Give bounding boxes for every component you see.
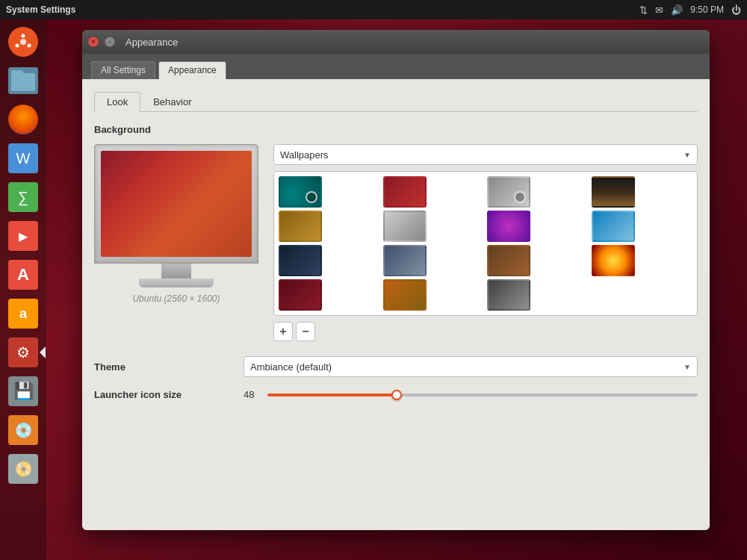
nav-all-settings[interactable]: All Settings [91,61,155,79]
wallpaper-item[interactable] [279,176,322,208]
wallpaper-actions: + − [273,322,698,341]
close-button[interactable]: ✕ [88,37,99,47]
dvd1-icon: 💿 [8,415,38,445]
calc-icon: ∑ [8,182,38,212]
impress-icon: ▶ [8,221,38,251]
sidebar-item-files[interactable] [5,63,41,99]
clock-overlay [306,191,317,203]
top-bar: System Settings ⇅ ✉ 🔊 9:50 PM ⏻ [0,0,747,19]
sidebar-item-settings[interactable]: ⚙ [5,335,41,370]
svg-point-4 [16,44,19,48]
ubuntu-icon [8,27,38,57]
wallpaper-item[interactable] [383,176,427,208]
sidebar-item-firefox[interactable] [5,102,41,137]
volume-icon: 🔊 [671,4,683,16]
wallpaper-dropdown-value: Wallpapers [280,149,329,161]
monitor-stand-base [139,279,214,287]
files-icon [8,67,38,94]
wallpaper-item[interactable] [592,211,635,242]
top-bar-title: System Settings [6,4,75,15]
sidebar-item-impress[interactable]: ▶ [5,218,41,254]
svg-point-1 [20,39,26,45]
tab-look[interactable]: Look [94,92,140,112]
clock: 9:50 PM [690,4,724,15]
wallpaper-item[interactable] [279,211,322,242]
minimize-button[interactable]: − [105,37,115,47]
monitor-container: Ubuntu (2560 × 1600) [94,144,258,341]
add-wallpaper-button[interactable]: + [273,322,293,341]
theme-dropdown[interactable]: Ambiance (default) ▼ [244,356,698,377]
wallpaper-item[interactable] [383,279,427,311]
sidebar: W ∑ ▶ A a ⚙ 💾 💿 📀 [0,19,46,560]
amazon-icon: a [8,299,38,329]
theme-section: Theme Ambiance (default) ▼ [94,356,698,377]
sort-icon: ⇅ [639,4,648,16]
tab-behavior[interactable]: Behavior [140,92,204,112]
background-section: Ubuntu (2560 × 1600) Wallpapers ▼ [94,144,698,341]
wallpaper-item[interactable] [383,245,427,276]
wallpaper-item[interactable] [592,176,635,208]
top-bar-right: ⇅ ✉ 🔊 9:50 PM ⏻ [639,4,741,16]
launcher-size-value: 48 [244,389,261,400]
chevron-down-icon: ▼ [684,363,691,371]
wallpaper-placeholder [592,279,635,311]
chevron-down-icon: ▼ [684,151,691,159]
sidebar-item-font[interactable]: A [5,257,41,293]
wallpaper-item[interactable] [383,211,427,242]
launcher-label: Launcher icon size [94,389,244,400]
mail-icon: ✉ [655,4,663,16]
firefox-icon [8,105,38,134]
theme-label: Theme [94,361,244,373]
dvd2-icon: 📀 [8,454,38,484]
svg-point-2 [22,34,25,38]
sidebar-item-dvd1[interactable]: 💿 [5,412,41,448]
background-label: Background [94,124,698,135]
sidebar-item-calc[interactable]: ∑ [5,179,41,215]
monitor-screen [101,151,252,257]
wallpaper-item[interactable] [592,245,635,276]
nav-appearance[interactable]: Appearance [158,61,226,79]
sidebar-item-dvd2[interactable]: 📀 [5,451,41,487]
wallpaper-item[interactable] [279,245,322,276]
wallpaper-item[interactable] [487,176,530,208]
slider-thumb [391,390,402,400]
window-content: Look Behavior Background Ubuntu (2560 × … [82,79,710,530]
remove-wallpaper-button[interactable]: − [296,322,315,341]
wallpaper-grid [273,171,698,316]
sidebar-item-ubuntu[interactable] [5,24,41,60]
active-indicator [40,346,46,358]
window-title: Appearance [125,37,178,48]
svg-rect-7 [11,70,23,76]
wallpaper-item[interactable] [487,279,530,311]
theme-value: Ambiance (default) [250,361,332,373]
wallpaper-item[interactable] [487,211,530,242]
wallpaper-dropdown[interactable]: Wallpapers ▼ [273,144,698,165]
wallpaper-item[interactable] [487,245,530,276]
settings-icon: ⚙ [8,337,38,367]
floppy-icon: 💾 [8,376,38,406]
clock-overlay [514,191,526,203]
sidebar-item-writer[interactable]: W [5,140,41,176]
window-titlebar: ✕ − Appearance [82,30,710,54]
window-nav: All Settings Appearance [82,54,710,79]
monitor-frame [94,144,258,264]
wallpaper-panel: Wallpapers ▼ [273,144,698,341]
tabs-row: Look Behavior [94,91,698,112]
main-window: ✕ − Appearance All Settings Appearance L… [82,30,710,530]
power-icon: ⏻ [731,4,741,16]
sidebar-item-floppy[interactable]: 💾 [5,373,41,409]
launcher-section: Launcher icon size 48 [94,389,698,400]
svg-point-3 [28,44,31,48]
slider-container: 48 [244,389,698,400]
wallpaper-item[interactable] [279,279,322,311]
launcher-size-slider[interactable] [267,393,698,396]
writer-icon: W [8,143,38,173]
monitor-caption: Ubuntu (2560 × 1600) [132,293,220,304]
sidebar-item-amazon[interactable]: a [5,296,41,332]
font-icon: A [8,260,38,290]
monitor-stand-neck [161,264,191,279]
